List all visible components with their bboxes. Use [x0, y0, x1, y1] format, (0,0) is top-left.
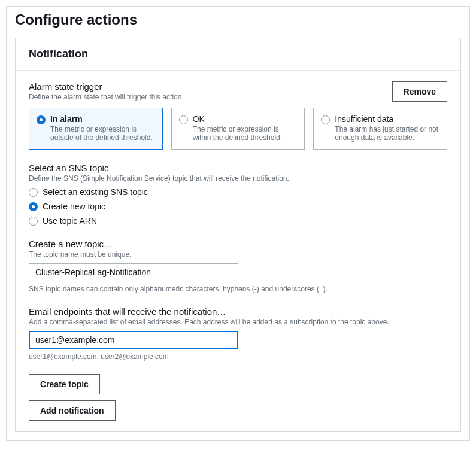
tile-ok[interactable]: OK The metric or expression is within th… [171, 108, 305, 150]
topic-name-input[interactable] [29, 263, 238, 281]
tile-desc: The metric or expression is outside of t… [50, 125, 155, 142]
radio-icon [321, 115, 330, 124]
email-example: user1@example.com, user2@example.com [29, 352, 447, 361]
tile-desc: The alarm has just started or not enough… [335, 125, 439, 142]
radio-icon [29, 202, 38, 211]
radio-use-topic-arn[interactable]: Use topic ARN [29, 216, 447, 226]
tile-desc: The metric or expression is within the d… [193, 125, 298, 142]
radio-label: Select an existing SNS topic [43, 187, 148, 197]
tile-title: Insufficient data [335, 114, 439, 124]
add-notification-button[interactable]: Add notification [29, 400, 116, 421]
tile-in-alarm[interactable]: In alarm The metric or expression is out… [29, 108, 163, 150]
topic-name-label: Create a new topic… [29, 239, 447, 249]
notification-card: Notification Alarm state trigger Define … [15, 38, 461, 432]
alarm-state-label: Alarm state trigger [29, 81, 385, 92]
radio-existing-topic[interactable]: Select an existing SNS topic [29, 187, 447, 197]
radio-label: Create new topic [43, 202, 105, 211]
email-label: Email endpoints that will receive the no… [29, 306, 447, 317]
radio-icon [29, 217, 38, 226]
radio-icon [179, 115, 188, 124]
topic-name-helper: The topic name must be unique. [29, 250, 447, 259]
topic-name-constraint: SNS topic names can contain only alphanu… [29, 285, 447, 293]
sns-topic-label: Select an SNS topic [29, 163, 447, 173]
tile-insufficient-data[interactable]: Insufficient data The alarm has just sta… [313, 108, 447, 150]
radio-label: Use topic ARN [43, 216, 97, 226]
page-title: Configure actions [7, 7, 469, 38]
radio-icon [37, 115, 46, 124]
email-input[interactable] [29, 331, 238, 349]
radio-icon [29, 188, 38, 197]
radio-create-new-topic[interactable]: Create new topic [29, 202, 447, 211]
tile-title: OK [193, 114, 298, 124]
remove-button[interactable]: Remove [392, 81, 447, 102]
alarm-state-helper: Define the alarm state that will trigger… [29, 93, 385, 101]
email-helper: Add a comma-separated list of email addr… [29, 318, 447, 326]
create-topic-button[interactable]: Create topic [29, 374, 100, 394]
sns-topic-helper: Define the SNS (Simple Notification Serv… [29, 174, 447, 183]
card-title: Notification [16, 38, 460, 71]
tile-title: In alarm [50, 114, 155, 124]
